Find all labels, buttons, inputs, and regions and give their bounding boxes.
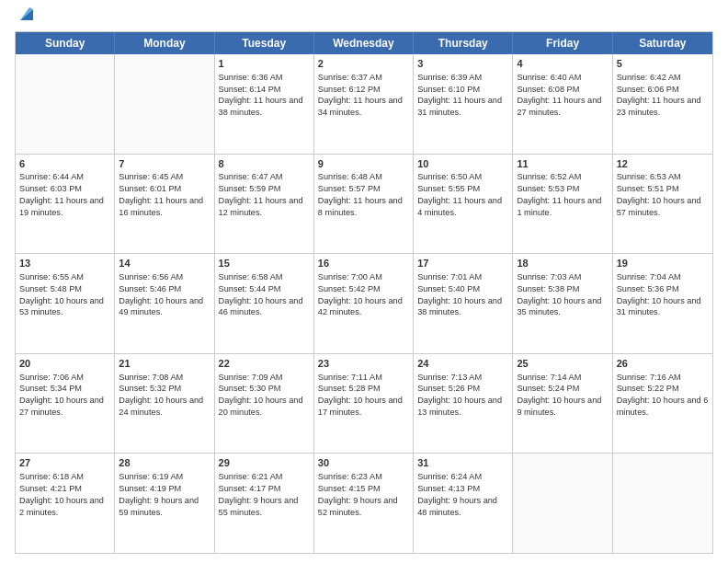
header-day: Monday xyxy=(115,32,214,54)
calendar-cell: 6Sunrise: 6:44 AMSunset: 6:03 PMDaylight… xyxy=(16,155,115,254)
calendar-cell xyxy=(513,454,612,553)
day-number: 9 xyxy=(318,157,409,171)
cell-text: Sunrise: 6:37 AMSunset: 6:12 PMDaylight:… xyxy=(318,73,403,117)
day-number: 5 xyxy=(617,57,709,71)
calendar-row: 13Sunrise: 6:55 AMSunset: 5:48 PMDayligh… xyxy=(16,253,712,353)
calendar-cell: 26Sunrise: 7:16 AMSunset: 5:22 PMDayligh… xyxy=(613,354,712,454)
day-number: 4 xyxy=(517,57,608,71)
cell-text: Sunrise: 7:09 AMSunset: 5:30 PMDaylight:… xyxy=(219,373,303,417)
day-number: 23 xyxy=(318,357,409,371)
calendar-cell: 19Sunrise: 7:04 AMSunset: 5:36 PMDayligh… xyxy=(613,254,712,353)
day-number: 21 xyxy=(119,357,210,371)
calendar-cell: 11Sunrise: 6:52 AMSunset: 5:53 PMDayligh… xyxy=(513,155,612,254)
calendar-row: 20Sunrise: 7:06 AMSunset: 5:34 PMDayligh… xyxy=(16,353,712,454)
calendar-cell: 29Sunrise: 6:21 AMSunset: 4:17 PMDayligh… xyxy=(215,454,314,553)
cell-text: Sunrise: 6:39 AMSunset: 6:10 PMDaylight:… xyxy=(417,73,502,117)
header-day: Tuesday xyxy=(215,32,314,54)
calendar-cell: 31Sunrise: 6:24 AMSunset: 4:13 PMDayligh… xyxy=(414,454,513,553)
calendar-cell xyxy=(613,454,712,553)
calendar-cell: 14Sunrise: 6:56 AMSunset: 5:46 PMDayligh… xyxy=(115,254,214,353)
day-number: 1 xyxy=(219,57,310,71)
day-number: 22 xyxy=(219,357,310,371)
calendar-cell: 7Sunrise: 6:45 AMSunset: 6:01 PMDaylight… xyxy=(115,155,214,254)
cell-text: Sunrise: 6:48 AMSunset: 5:57 PMDaylight:… xyxy=(318,172,403,216)
cell-text: Sunrise: 7:14 AMSunset: 5:24 PMDaylight:… xyxy=(517,373,601,417)
cell-text: Sunrise: 7:04 AMSunset: 5:36 PMDaylight:… xyxy=(617,272,701,316)
day-number: 7 xyxy=(119,157,210,171)
day-number: 10 xyxy=(417,157,508,171)
cell-text: Sunrise: 6:56 AMSunset: 5:46 PMDaylight:… xyxy=(119,272,203,316)
calendar-row: 27Sunrise: 6:18 AMSunset: 4:21 PMDayligh… xyxy=(16,453,712,553)
calendar-cell: 20Sunrise: 7:06 AMSunset: 5:34 PMDayligh… xyxy=(16,354,115,454)
cell-text: Sunrise: 6:40 AMSunset: 6:08 PMDaylight:… xyxy=(517,73,601,117)
day-number: 24 xyxy=(417,357,508,371)
calendar-cell: 28Sunrise: 6:19 AMSunset: 4:19 PMDayligh… xyxy=(115,454,214,553)
day-number: 30 xyxy=(318,456,409,470)
cell-text: Sunrise: 6:55 AMSunset: 5:48 PMDaylight:… xyxy=(19,272,104,316)
cell-text: Sunrise: 6:58 AMSunset: 5:44 PMDaylight:… xyxy=(219,272,303,316)
calendar-cell: 16Sunrise: 7:00 AMSunset: 5:42 PMDayligh… xyxy=(314,254,414,353)
cell-text: Sunrise: 6:23 AMSunset: 4:15 PMDaylight:… xyxy=(318,472,398,516)
day-number: 18 xyxy=(517,257,608,270)
calendar-cell: 15Sunrise: 6:58 AMSunset: 5:44 PMDayligh… xyxy=(215,254,314,353)
cell-text: Sunrise: 7:00 AMSunset: 5:42 PMDaylight:… xyxy=(318,272,403,316)
calendar-cell: 18Sunrise: 7:03 AMSunset: 5:38 PMDayligh… xyxy=(513,254,612,353)
day-number: 12 xyxy=(617,157,709,171)
logo-icon xyxy=(17,4,37,24)
day-number: 2 xyxy=(318,57,409,71)
cell-text: Sunrise: 6:50 AMSunset: 5:55 PMDaylight:… xyxy=(417,172,502,216)
day-number: 3 xyxy=(417,57,508,71)
cell-text: Sunrise: 6:42 AMSunset: 6:06 PMDaylight:… xyxy=(617,73,701,117)
calendar-cell: 8Sunrise: 6:47 AMSunset: 5:59 PMDaylight… xyxy=(215,155,314,254)
calendar-cell xyxy=(115,54,214,154)
header xyxy=(15,11,713,24)
cell-text: Sunrise: 6:52 AMSunset: 5:53 PMDaylight:… xyxy=(517,172,601,216)
cell-text: Sunrise: 6:44 AMSunset: 6:03 PMDaylight:… xyxy=(19,172,104,216)
cell-text: Sunrise: 7:08 AMSunset: 5:32 PMDaylight:… xyxy=(119,373,203,417)
calendar-cell: 21Sunrise: 7:08 AMSunset: 5:32 PMDayligh… xyxy=(115,354,214,454)
calendar-cell: 24Sunrise: 7:13 AMSunset: 5:26 PMDayligh… xyxy=(414,354,513,454)
day-number: 11 xyxy=(517,157,608,171)
cell-text: Sunrise: 6:53 AMSunset: 5:51 PMDaylight:… xyxy=(617,172,701,216)
cell-text: Sunrise: 7:11 AMSunset: 5:28 PMDaylight:… xyxy=(318,373,403,417)
day-number: 19 xyxy=(617,257,709,270)
cell-text: Sunrise: 7:01 AMSunset: 5:40 PMDaylight:… xyxy=(417,272,502,316)
day-number: 13 xyxy=(19,257,110,270)
day-number: 29 xyxy=(219,456,310,470)
cell-text: Sunrise: 7:16 AMSunset: 5:22 PMDaylight:… xyxy=(617,373,709,417)
page: SundayMondayTuesdayWednesdayThursdayFrid… xyxy=(0,0,728,563)
cell-text: Sunrise: 6:45 AMSunset: 6:01 PMDaylight:… xyxy=(119,172,203,216)
cell-text: Sunrise: 6:21 AMSunset: 4:17 PMDaylight:… xyxy=(219,472,299,516)
cell-text: Sunrise: 7:06 AMSunset: 5:34 PMDaylight:… xyxy=(19,373,104,417)
header-day: Friday xyxy=(513,32,612,54)
header-day: Saturday xyxy=(613,32,712,54)
day-number: 16 xyxy=(318,257,409,270)
calendar-cell: 2Sunrise: 6:37 AMSunset: 6:12 PMDaylight… xyxy=(314,54,414,154)
cell-text: Sunrise: 6:24 AMSunset: 4:13 PMDaylight:… xyxy=(417,472,497,516)
header-day: Thursday xyxy=(414,32,513,54)
calendar-header: SundayMondayTuesdayWednesdayThursdayFrid… xyxy=(16,32,712,54)
calendar-cell: 9Sunrise: 6:48 AMSunset: 5:57 PMDaylight… xyxy=(314,155,414,254)
day-number: 14 xyxy=(119,257,210,270)
calendar-cell: 23Sunrise: 7:11 AMSunset: 5:28 PMDayligh… xyxy=(314,354,414,454)
cell-text: Sunrise: 7:13 AMSunset: 5:26 PMDaylight:… xyxy=(417,373,502,417)
calendar-cell: 12Sunrise: 6:53 AMSunset: 5:51 PMDayligh… xyxy=(613,155,712,254)
cell-text: Sunrise: 6:47 AMSunset: 5:59 PMDaylight:… xyxy=(219,172,303,216)
calendar-row: 6Sunrise: 6:44 AMSunset: 6:03 PMDaylight… xyxy=(16,154,712,254)
calendar-cell: 17Sunrise: 7:01 AMSunset: 5:40 PMDayligh… xyxy=(414,254,513,353)
day-number: 28 xyxy=(119,456,210,470)
calendar-cell: 1Sunrise: 6:36 AMSunset: 6:14 PMDaylight… xyxy=(215,54,314,154)
calendar-row: 1Sunrise: 6:36 AMSunset: 6:14 PMDaylight… xyxy=(16,54,712,154)
day-number: 17 xyxy=(417,257,508,270)
day-number: 8 xyxy=(219,157,310,171)
day-number: 6 xyxy=(19,157,110,171)
day-number: 20 xyxy=(19,357,110,371)
header-day: Sunday xyxy=(16,32,115,54)
calendar: SundayMondayTuesdayWednesdayThursdayFrid… xyxy=(15,31,713,554)
calendar-cell: 22Sunrise: 7:09 AMSunset: 5:30 PMDayligh… xyxy=(215,354,314,454)
day-number: 25 xyxy=(517,357,608,371)
calendar-body: 1Sunrise: 6:36 AMSunset: 6:14 PMDaylight… xyxy=(16,54,712,553)
cell-text: Sunrise: 6:19 AMSunset: 4:19 PMDaylight:… xyxy=(119,472,199,516)
cell-text: Sunrise: 6:36 AMSunset: 6:14 PMDaylight:… xyxy=(219,73,303,117)
header-day: Wednesday xyxy=(314,32,414,54)
